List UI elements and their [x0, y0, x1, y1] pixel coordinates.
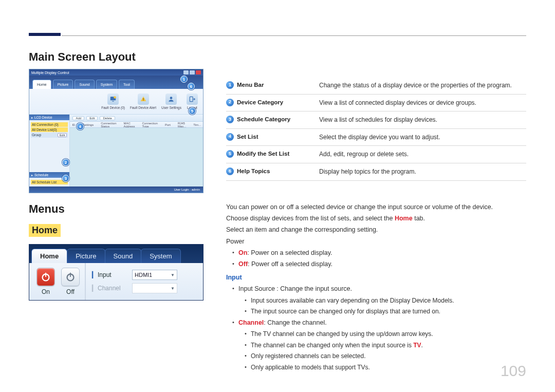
tab-picture[interactable]: Picture [53, 80, 73, 89]
sidebar-device-header[interactable]: LCD Device [29, 115, 69, 120]
user-icon [165, 94, 177, 105]
legend-number-icon: 3 [226, 116, 234, 123]
keyword-channel: Channel [238, 319, 264, 326]
input-value: HDMI1 [135, 272, 152, 278]
tab-system[interactable]: System [96, 80, 117, 89]
page-number: 109 [501, 362, 526, 380]
svg-rect-10 [70, 273, 71, 277]
text: : Power off a selected display. [248, 260, 332, 268]
sidebar-all-connection[interactable]: All Connection (0) [31, 122, 68, 127]
svg-point-5 [170, 97, 173, 99]
power-off-button[interactable] [61, 268, 80, 286]
toolbar-edit-button[interactable]: Edit [86, 116, 98, 120]
legend-desc: Select the display device you want to ad… [319, 133, 526, 142]
list-item: Input Source : Change the input source. … [231, 284, 526, 316]
channel-label: Channel [92, 285, 128, 292]
mdc-window: Multiple Display Control Home Picture So… [29, 69, 203, 193]
sidebar-all-device-list[interactable]: All Device List(0) [31, 127, 68, 132]
keyword-home: Home [395, 215, 413, 222]
body-text: You can power on or off a selected devic… [226, 202, 526, 372]
text: Choose display devices from the list of … [226, 215, 395, 222]
legend-number-icon: 6 [226, 167, 234, 175]
legend-number-icon: 4 [226, 133, 234, 141]
power-icon [65, 271, 76, 283]
para: You can power on or off a selected devic… [226, 202, 526, 212]
mdc-titlebar: Multiple Display Control [29, 69, 203, 76]
col: RJ45 Max... [178, 122, 186, 128]
legend-table: 1 Menu Bar Change the status of a displa… [226, 77, 526, 181]
legend-term: Modify the Set List [237, 150, 319, 159]
text: . [421, 342, 423, 349]
power-on-button[interactable] [36, 268, 55, 286]
alert-icon [138, 94, 149, 105]
heading-main-screen-layout: Main Screen Layout [29, 50, 526, 64]
input-select[interactable]: HDMI1 ▼ [132, 270, 177, 280]
home-tab-sound[interactable]: Sound [105, 249, 142, 263]
input-label: Input [92, 271, 128, 278]
set-list-toolbar: Add Edit Delete [70, 115, 203, 122]
toolbar-add-button[interactable]: Add [72, 116, 84, 120]
ribbon-fault-device[interactable]: Fault Device (0) [101, 94, 125, 109]
accent-bar [29, 33, 61, 36]
win-close-icon[interactable] [196, 70, 201, 74]
mdc-statusbar: User Login : admin [29, 186, 203, 193]
keyword-input: Input [226, 274, 242, 281]
sub-list-item: The input source can be changed only for… [244, 307, 526, 316]
heading-menus: Menus [29, 202, 203, 216]
set-list-columns: ID Settings Connection Status MAC Addres… [70, 122, 203, 128]
home-tab-home[interactable]: Home [31, 249, 67, 263]
col: Connection Type [142, 122, 158, 128]
legend-number-icon: 1 [226, 81, 234, 89]
win-min-icon[interactable] [183, 70, 189, 74]
text: tab. [413, 215, 425, 222]
text: Input Source : Change the input source. [238, 285, 352, 292]
power-on-label: On [42, 288, 50, 295]
col: Connection Status [101, 122, 116, 128]
callout-6: 6 [188, 83, 195, 90]
callout-4: 4 [77, 123, 84, 130]
sub-list-item: Input sources available can vary dependi… [244, 296, 526, 306]
home-tab-picture[interactable]: Picture [67, 249, 105, 263]
list-item: On: Power on a selected display. [231, 248, 526, 258]
legend-row: 2 Device Category View a list of connect… [226, 95, 526, 112]
callout-3: 3 [62, 175, 69, 182]
power-off-label: Off [66, 288, 75, 295]
set-list-area[interactable] [70, 128, 203, 186]
para: Choose display devices from the list of … [226, 214, 526, 223]
sidebar-group-edit-button[interactable]: Edit [58, 133, 67, 137]
mdc-ribbon: Fault Device (0) Fault Device Alert User… [29, 89, 203, 115]
keyword-on: On [238, 249, 247, 256]
tab-tool[interactable]: Tool [119, 80, 135, 89]
legend-row: 4 Set List Select the display device you… [226, 129, 526, 146]
legend-row: 5 Modify the Set List Add, edit, regroup… [226, 146, 526, 163]
svg-point-2 [114, 96, 116, 99]
svg-rect-1 [112, 101, 114, 102]
ribbon-label: Fault Device Alert [130, 106, 156, 109]
legend-desc: Display help topics for the program. [319, 167, 526, 177]
keyword-tv: TV [413, 342, 421, 349]
tab-sound[interactable]: Sound [75, 80, 94, 89]
col: Settings [82, 123, 94, 126]
legend-row: 3 Schedule Category View a list of sched… [226, 111, 526, 129]
home-tab-system[interactable]: System [141, 249, 180, 263]
legend-desc: Change the status of a display device or… [319, 81, 526, 90]
tab-home[interactable]: Home [32, 80, 51, 89]
ribbon-fault-alert[interactable]: Fault Device Alert [130, 94, 156, 109]
text: : Change the channel. [264, 319, 326, 326]
svg-rect-8 [45, 273, 46, 277]
legend-row: 6 Help Topics Display help topics for th… [226, 163, 526, 181]
sub-list-item: The channel can be changed only when the… [244, 341, 526, 350]
ribbon-user-settings[interactable]: User Settings [161, 94, 181, 109]
win-max-icon[interactable] [190, 70, 195, 74]
list-item: Channel: Change the channel. The TV chan… [231, 318, 526, 372]
heading-home: Home [29, 224, 61, 237]
home-detail-window: Home Picture Sound System On [29, 244, 203, 301]
col: ID [72, 123, 75, 126]
legend-row: 1 Menu Bar Change the status of a displa… [226, 77, 526, 95]
legend-desc: Add, edit, regroup or delete sets. [319, 150, 526, 159]
svg-rect-6 [190, 97, 193, 101]
col: Tim... [193, 123, 201, 126]
legend-term: Set List [237, 133, 319, 142]
legend-term: Schedule Category [237, 115, 319, 124]
toolbar-delete-button[interactable]: Delete [100, 116, 115, 120]
